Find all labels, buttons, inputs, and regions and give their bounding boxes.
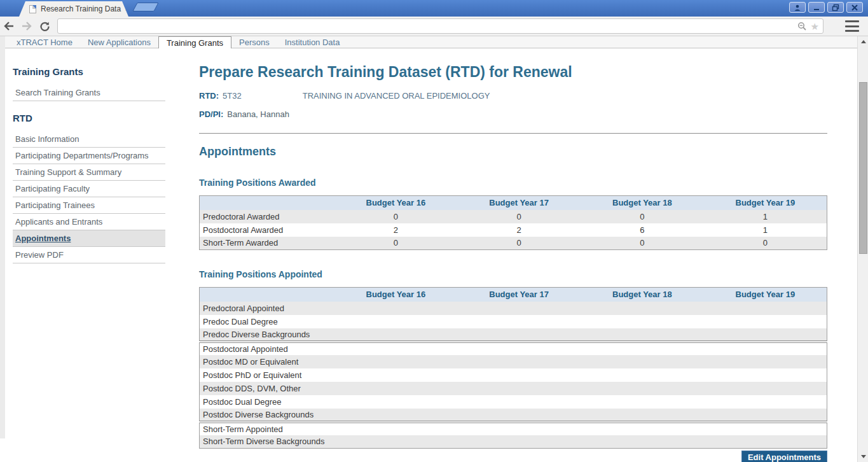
column-header: Budget Year 17	[457, 288, 581, 302]
table-row: Predoc Dual Degree	[200, 315, 827, 328]
sidebar-item-basic-information[interactable]: Basic Information	[13, 131, 165, 148]
cell-value: 0	[457, 210, 581, 223]
main-content: Prepare Research Training Dataset (RTD) …	[199, 64, 827, 462]
table-row: Postdoc Dual Degree	[200, 395, 827, 409]
table-row: Predoc Diverse Backgrounds	[200, 328, 827, 342]
table-row: Postdoc DDS, DVM, Other	[200, 382, 827, 395]
sidebar-item-participating-departments-programs[interactable]: Participating Departments/Programs	[13, 148, 165, 164]
cell-value	[581, 342, 704, 355]
nav-tab-training-grants[interactable]: Training Grants	[158, 36, 231, 48]
cell-value	[457, 395, 581, 409]
rtd-row: RTD: 5T32 TRAINING IN ADVANCED ORAL EPID…	[199, 91, 827, 101]
table-row: Postdoctoral Appointed	[200, 342, 827, 355]
sidebar-item-training-support-summary[interactable]: Training Support & Summary	[13, 164, 165, 181]
browser-titlebar: Research Training Data ×	[0, 0, 868, 17]
cell-value	[334, 409, 458, 422]
column-header: Budget Year 19	[704, 196, 827, 210]
sidebar-item-participating-trainees[interactable]: Participating Trainees	[13, 197, 165, 214]
row-label: Postdoc DDS, DVM, Other	[200, 382, 334, 395]
cell-value	[334, 342, 458, 355]
row-label: Postdoc PhD or Equivalent	[200, 368, 334, 382]
address-bar[interactable]: ★	[57, 18, 823, 34]
cell-value	[581, 435, 704, 449]
back-icon[interactable]	[0, 18, 18, 34]
close-button[interactable]	[846, 2, 863, 13]
row-label: Predoctoral Appointed	[200, 302, 334, 315]
sidebar-item-search-training-grants[interactable]: Search Training Grants	[13, 85, 165, 101]
sidebar-item-participating-faculty[interactable]: Participating Faculty	[13, 181, 165, 197]
browser-tab[interactable]: Research Training Data ×	[19, 1, 128, 17]
profile-icon[interactable]	[789, 2, 806, 13]
reload-icon[interactable]	[36, 18, 53, 34]
table-row: Predoctoral Appointed	[200, 302, 827, 315]
scrollbar-thumb[interactable]	[859, 82, 867, 254]
sidebar-header-rtd: RTD	[13, 113, 165, 123]
vertical-scrollbar[interactable]	[857, 36, 868, 462]
pdpi-name: Banana, Hannah	[227, 109, 289, 119]
cell-value	[457, 435, 581, 449]
row-label: Short-Term Awarded	[200, 237, 334, 250]
cell-value: 0	[334, 210, 458, 223]
row-label: Postdoc MD or Equivalent	[200, 355, 334, 368]
cell-value	[457, 368, 581, 382]
table-header-row: Budget Year 16Budget Year 17Budget Year …	[200, 288, 827, 302]
scrollbar-down-icon[interactable]	[858, 451, 868, 462]
sidebar: Training GrantsSearch Training GrantsRTD…	[13, 64, 165, 263]
column-header: Budget Year 18	[581, 196, 704, 210]
edit-button-row: Edit Appointments	[199, 451, 827, 462]
scrollbar-up-icon[interactable]	[858, 36, 868, 47]
sidebar-item-applicants-and-entrants[interactable]: Applicants and Entrants	[13, 214, 165, 230]
cell-value	[704, 435, 827, 449]
browser-menu-icon[interactable]	[845, 20, 859, 32]
cell-value	[704, 395, 827, 409]
table-row: Postdoctoral Awarded2261	[200, 223, 827, 237]
minimize-button[interactable]	[808, 2, 825, 13]
grant-name: TRAINING IN ADVANCED ORAL EPIDEMIOLOGY	[303, 91, 490, 101]
nav-tab-new-applications[interactable]: New Applications	[80, 36, 158, 48]
page-content: xTRACT HomeNew ApplicationsTraining Gran…	[0, 36, 868, 462]
site-nav: xTRACT HomeNew ApplicationsTraining Gran…	[5, 36, 857, 48]
column-header: Budget Year 19	[704, 288, 827, 302]
new-tab-button[interactable]	[132, 3, 158, 11]
divider	[199, 133, 827, 134]
bookmark-star-icon[interactable]: ★	[811, 22, 819, 31]
nav-tab-institution-data[interactable]: Institution Data	[277, 36, 348, 48]
column-header: Budget Year 17	[457, 196, 581, 210]
sidebar-item-appointments[interactable]: Appointments	[13, 230, 165, 247]
forward-icon[interactable]	[18, 18, 36, 34]
cell-value	[704, 302, 827, 315]
browser-toolbar: ★	[0, 17, 868, 36]
cell-value	[704, 409, 827, 422]
page-icon	[29, 5, 36, 13]
cell-value: 6	[581, 223, 704, 237]
cell-value	[581, 368, 704, 382]
cell-value	[581, 355, 704, 368]
nav-tab-persons[interactable]: Persons	[231, 36, 277, 48]
sidebar-item-preview-pdf[interactable]: Preview PDF	[13, 247, 165, 263]
cell-value: 0	[334, 237, 458, 250]
cell-value	[581, 328, 704, 342]
cell-value	[334, 355, 458, 368]
cell-value	[581, 395, 704, 409]
row-label: Predoctoral Awarded	[200, 210, 334, 223]
cell-value	[334, 302, 458, 315]
edit-appointments-button[interactable]: Edit Appointments	[741, 451, 827, 462]
cell-value	[457, 409, 581, 422]
cell-value: 1	[704, 210, 827, 223]
section-title: Appointments	[199, 145, 827, 158]
restore-button[interactable]	[827, 2, 844, 13]
cell-value	[334, 435, 458, 449]
address-input[interactable]	[62, 20, 797, 32]
table-row: Short-Term Awarded0000	[200, 237, 827, 250]
nav-tab-xtract-home[interactable]: xTRACT Home	[9, 36, 80, 48]
cell-value	[581, 302, 704, 315]
cell-value	[334, 382, 458, 395]
cell-value: 2	[457, 223, 581, 237]
awarded-table: Budget Year 16Budget Year 17Budget Year …	[199, 195, 827, 250]
cell-value	[704, 315, 827, 328]
cell-value	[704, 328, 827, 342]
tab-close-icon[interactable]: ×	[125, 4, 130, 13]
cell-value	[457, 328, 581, 342]
zoom-search-icon[interactable]	[797, 22, 807, 31]
table-row: Postdoc PhD or Equivalent	[200, 368, 827, 382]
